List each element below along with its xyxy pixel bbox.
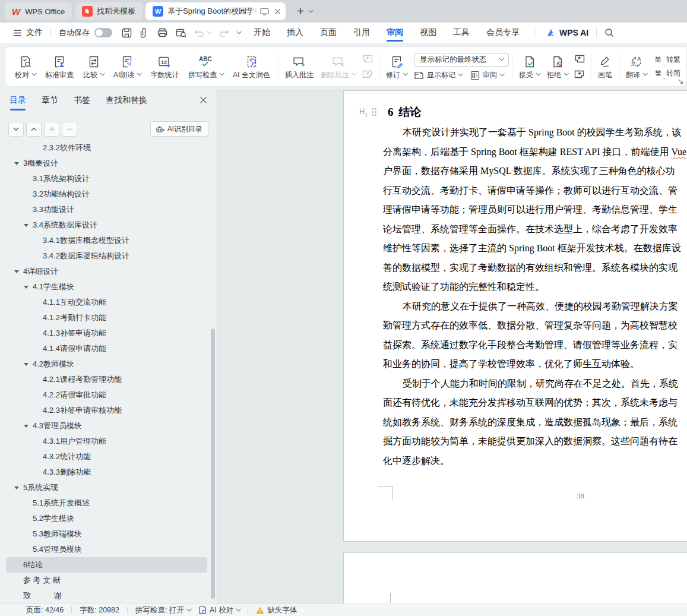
expand-triangle-icon[interactable] (14, 270, 19, 273)
tab-member[interactable]: 会员专享 (478, 23, 528, 43)
toc-item[interactable]: 3.2功能结构设计 (6, 187, 207, 202)
search-icon[interactable] (604, 28, 614, 37)
tab-insert[interactable]: 插入 (278, 23, 312, 43)
next-revision-button[interactable] (573, 69, 586, 80)
print-icon[interactable] (157, 28, 167, 37)
track-changes-button[interactable]: 修订 (382, 52, 410, 81)
wps-ai-button[interactable]: WPS AI (546, 28, 588, 37)
heading-level-marker[interactable]: H1 (359, 107, 376, 118)
expand-triangle-icon[interactable] (24, 224, 29, 227)
autosave-toggle[interactable] (94, 28, 112, 37)
word-count-button[interactable]: 12 字数统计 (145, 52, 183, 81)
accept-button[interactable]: 接受 (515, 52, 543, 81)
toc-item[interactable]: 5.1系统开发概述 (6, 495, 207, 511)
tab-list-chevron-icon[interactable] (308, 8, 313, 12)
new-tab-button[interactable]: + (297, 5, 304, 18)
toc-item[interactable]: 5.4管理员模块 (6, 542, 207, 557)
toc-item[interactable]: 4.2.2请假审批功能 (6, 387, 207, 403)
toc-item[interactable]: 4.1.1互动交流功能 (6, 295, 207, 310)
translate-button[interactable]: 文A 翻译 (622, 52, 650, 81)
toc-item[interactable]: 4.1学生模块 (6, 279, 207, 295)
toc-item[interactable]: 4.2教师模块 (6, 356, 207, 372)
toc-item[interactable]: 3.4.2数据库逻辑结构设计 (6, 248, 207, 264)
collapse-heading-button[interactable] (8, 122, 24, 137)
expand-heading-button[interactable] (26, 122, 42, 137)
expand-triangle-icon[interactable] (14, 487, 19, 489)
sidebar-scrollbar[interactable] (211, 328, 215, 599)
close-tab-icon[interactable] (274, 8, 281, 15)
ai-proofread-status[interactable]: AI 校对 (198, 605, 240, 615)
spell-check-button[interactable]: ABC 拼写检查 (183, 52, 228, 81)
toc-item[interactable]: 3.3功能设计 (6, 202, 207, 217)
show-markup-button[interactable]: 显示标记 (414, 70, 462, 80)
expand-triangle-icon[interactable] (24, 286, 29, 289)
quickbar-chevron-icon[interactable] (236, 29, 241, 34)
share-screen-icon[interactable] (260, 8, 269, 15)
toc-item[interactable]: 3概要设计 (6, 156, 207, 171)
expand-triangle-icon[interactable] (14, 162, 19, 165)
toc-item[interactable]: 4.3.1用户管理功能 (6, 434, 207, 449)
traditional-to-simplified-button[interactable]: 繁 转简 (655, 68, 680, 78)
tab-tools[interactable]: 工具 (445, 23, 478, 43)
toc-item[interactable]: 3.1系统架构设计 (6, 171, 207, 187)
toc-item[interactable]: 4.1.2考勤打卡功能 (6, 310, 207, 326)
document-page-38[interactable]: H1 6 结论 本研究设计并实现了一套基于 Spring Boot 的校园学生考… (343, 90, 687, 542)
toc-item[interactable]: 4.3.2统计功能 (6, 449, 207, 465)
save-icon[interactable] (122, 28, 132, 38)
word-count-indicator[interactable]: 字数: 20982 (80, 605, 119, 615)
expand-triangle-icon[interactable] (24, 425, 29, 428)
toc-item[interactable]: 4.1.3补签申请功能 (6, 326, 207, 341)
sidebar-tab-chapters[interactable]: 章节 (42, 95, 58, 110)
markup-state-dropdown[interactable]: 显示标记的最终状态 (414, 53, 509, 67)
standard-review-button[interactable]: 标准审查 (40, 52, 78, 81)
ai-read-button[interactable]: AI朗读 (109, 52, 145, 81)
missing-font-warning[interactable]: 缺失字体 (256, 605, 297, 615)
zoom-out-outline-button[interactable] (62, 122, 77, 137)
spell-check-status[interactable]: 拼写检查: 打开 (135, 605, 191, 615)
tab-template-store[interactable]: 找稻壳模板 (75, 2, 143, 20)
simplified-to-traditional-button[interactable]: 简 转繁 (655, 55, 680, 65)
proofread-button[interactable]: 校对 (10, 52, 40, 81)
ai-recognize-toc-button[interactable]: AI识别目录 (150, 121, 208, 137)
toc-item[interactable]: 3.4.1数据库概念模型设计 (6, 233, 207, 248)
zoom-in-outline-button[interactable] (44, 122, 59, 137)
previous-revision-button[interactable] (573, 53, 586, 65)
toc-item[interactable]: 5.2学生模块 (6, 511, 207, 526)
drag-handle-icon[interactable] (372, 108, 376, 116)
ribbon-expand-icon[interactable] (678, 79, 683, 84)
document-page-39[interactable] (343, 552, 687, 604)
tab-review[interactable]: 审阅 (378, 23, 411, 43)
reject-button[interactable]: 拒绝 (543, 52, 571, 81)
tab-home[interactable]: 开始 (245, 23, 278, 43)
toc-item[interactable]: 5.3教师端模块 (6, 526, 207, 542)
toc-item[interactable]: 4.2.1课程考勤管理功能 (6, 372, 207, 387)
toc-item[interactable]: 4.1.4请假申请功能 (6, 341, 207, 356)
page-indicator[interactable]: 页面: 42/46 (26, 605, 64, 615)
insert-comment-button[interactable]: 插入批注 (281, 52, 317, 81)
review-mode-button[interactable]: 审阅 (470, 70, 504, 80)
tab-wps-office[interactable]: W WPS Office (5, 2, 72, 20)
file-menu-button[interactable]: 文件 (13, 27, 43, 38)
toc-item[interactable]: 4.3管理员模块 (6, 418, 207, 434)
tab-view[interactable]: 视图 (411, 23, 445, 43)
ink-brush-button[interactable]: 画笔 (594, 52, 616, 81)
toc-item[interactable]: 3.4系统数据库设计 (6, 217, 207, 233)
toc-item[interactable]: 4.3.3删除功能 (6, 465, 207, 480)
toc-item[interactable]: 致 谢 (6, 588, 207, 604)
sidebar-tab-find-replace[interactable]: 查找和替换 (106, 95, 147, 110)
toc-item[interactable]: 4详细设计 (6, 264, 207, 279)
toc-item[interactable]: 5系统实现 (6, 480, 207, 495)
compare-button[interactable]: 比较 (78, 52, 109, 81)
expand-triangle-icon[interactable] (24, 363, 29, 366)
print-preview-icon[interactable] (176, 28, 186, 38)
ai-polish-button[interactable]: AI 全文润色 (228, 52, 275, 81)
toc-item[interactable]: 参 考 文 献 (6, 573, 207, 588)
tab-document[interactable]: W 基于Spring Boot的校园学生 (145, 2, 286, 20)
tab-page[interactable]: 页面 (312, 23, 345, 43)
sidebar-tab-contents[interactable]: 目录 (10, 95, 26, 110)
toc-item[interactable]: 4.2.3补签申请审核功能 (6, 403, 207, 418)
export-pdf-icon[interactable] (140, 28, 149, 38)
sidebar-tab-bookmarks[interactable]: 书签 (74, 95, 90, 110)
document-body-text[interactable]: 本研究设计并实现了一套基于 Spring Boot 的校园学生考勤系统，该分离架… (383, 123, 687, 470)
sidebar-close-icon[interactable] (200, 96, 207, 104)
